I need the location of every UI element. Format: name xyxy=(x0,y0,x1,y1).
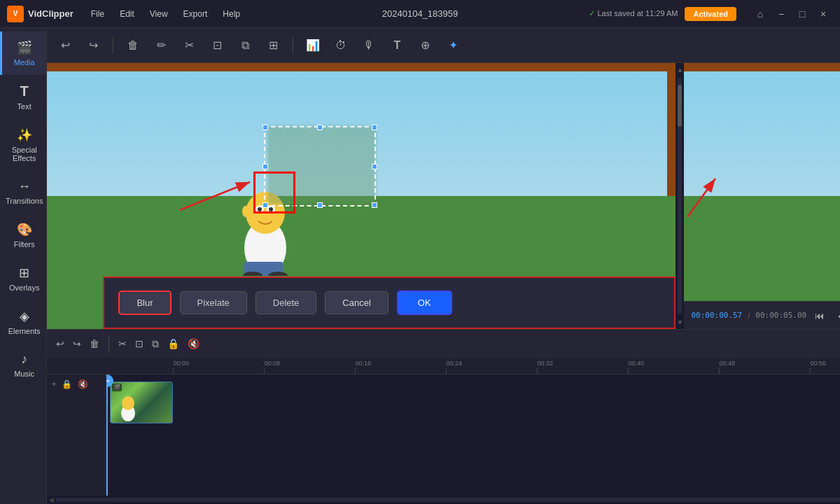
right-canvas xyxy=(684,63,840,329)
tl-undo-button[interactable]: ↩ xyxy=(54,336,66,351)
transitions-icon: ↔ xyxy=(6,179,43,194)
sidebar-item-filters[interactable]: 🎨 Filters xyxy=(0,214,46,257)
app-logo-icon: V xyxy=(7,6,24,22)
toolbar: ↩ ↪ 🗑 ✏ ✂ ⊡ ⧉ ⊞ 📊 ⏱ 🎙 T ⊕ ✦ ↗ Export xyxy=(47,28,840,63)
sidebar-item-special-effects[interactable]: ✨ Special Effects xyxy=(0,119,46,171)
svg-line-11 xyxy=(180,182,250,210)
elements-icon: ◈ xyxy=(6,309,43,324)
sidebar-item-text[interactable]: T Text xyxy=(0,75,46,119)
sidebar-label-transitions: Transitions xyxy=(6,197,43,205)
filters-icon: 🎨 xyxy=(6,222,43,237)
handle-top-center[interactable] xyxy=(317,125,323,130)
tl-lock-button[interactable]: 🔒 xyxy=(165,336,181,351)
menu-edit[interactable]: Edit xyxy=(113,6,141,22)
red-arrow xyxy=(173,175,264,217)
clock-button[interactable]: ⏱ xyxy=(330,34,352,57)
close-button[interactable]: × xyxy=(813,4,833,24)
app-logo: V VidClipper xyxy=(7,6,74,22)
sidebar-item-overlays[interactable]: ⊞ Overlays xyxy=(0,257,46,300)
playhead[interactable]: ✂ xyxy=(106,374,108,496)
menu-help[interactable]: Help xyxy=(216,6,247,22)
handle-middle-right[interactable] xyxy=(372,164,377,169)
tl-delete-button[interactable]: 🗑 xyxy=(88,336,102,351)
blur-button[interactable]: Blur xyxy=(118,290,171,315)
menu-view[interactable]: View xyxy=(143,6,175,22)
redo-button[interactable]: ↪ xyxy=(82,34,104,57)
scroll-down-arrow[interactable]: ▼ xyxy=(675,317,685,328)
preview-scrollbar[interactable]: ▲ ▼ xyxy=(676,63,684,329)
preview-right: 00:00:00.57 / 00:00:05.00 ⏮ ⏴ ▶ ⏵ ⏹ 16:9… xyxy=(684,63,840,329)
clip-badge: 🎬 xyxy=(112,384,122,391)
ruler-mark-3: 00:24 xyxy=(446,360,537,374)
fit-button[interactable]: ⊞ xyxy=(262,34,284,57)
clip-thumbnail-icon xyxy=(118,393,139,421)
sidebar-label-special-effects: Special Effects xyxy=(6,146,43,162)
overlay-button[interactable]: ⊕ xyxy=(414,34,436,57)
timeline-h-scrollbar[interactable]: ◀ ▶ xyxy=(47,496,840,504)
delete-button[interactable]: 🗑 xyxy=(122,34,144,57)
cancel-button[interactable]: Cancel xyxy=(325,291,388,314)
menu-file[interactable]: File xyxy=(84,6,111,22)
tl-copy-button[interactable]: ⧉ xyxy=(150,336,161,352)
chart-button[interactable]: 📊 xyxy=(302,34,324,57)
tl-scroll-track[interactable] xyxy=(56,498,840,502)
handle-middle-left[interactable] xyxy=(262,164,268,169)
ruler-mark-2: 00:16 xyxy=(355,360,446,374)
home-button[interactable]: ⌂ xyxy=(750,4,770,24)
undo-button[interactable]: ↩ xyxy=(54,34,76,57)
ruler-mark-6: 00:48 xyxy=(719,360,810,374)
handle-top-right[interactable] xyxy=(372,125,377,130)
media-icon: 🎬 xyxy=(6,40,43,55)
sidebar-item-transitions[interactable]: ↔ Transitions xyxy=(0,171,46,214)
scroll-track[interactable] xyxy=(678,78,682,314)
sidebar-label-overlays: Overlays xyxy=(6,284,43,292)
tl-add-track[interactable]: + xyxy=(50,378,57,391)
scroll-left-arrow[interactable]: ◀ xyxy=(47,496,56,503)
activated-button[interactable]: Activated xyxy=(685,7,736,21)
svg-point-22 xyxy=(122,396,134,410)
crop-button[interactable]: ⊡ xyxy=(206,34,228,57)
ruler-mark-5: 00:40 xyxy=(628,360,719,374)
tl-mute-track[interactable]: 🔇 xyxy=(76,378,90,391)
sidebar-item-elements[interactable]: ◈ Elements xyxy=(0,300,46,344)
maximize-button[interactable]: □ xyxy=(792,4,812,24)
tl-ctrl-row-1: + 🔒 🔇 xyxy=(50,378,103,391)
copy-button[interactable]: ⧉ xyxy=(234,34,256,57)
cut-button[interactable]: ✂ xyxy=(178,34,200,57)
pixelate-button[interactable]: Pixelate xyxy=(180,291,247,314)
scroll-thumb[interactable] xyxy=(678,85,682,127)
scroll-up-arrow[interactable]: ▲ xyxy=(675,64,685,75)
tl-cut-button[interactable]: ✂ xyxy=(116,336,129,351)
effects-button[interactable]: ✦ xyxy=(442,34,464,57)
mic-button[interactable]: 🎙 xyxy=(358,34,380,57)
delete-effect-button[interactable]: Delete xyxy=(255,291,317,314)
text-tool-button[interactable]: T xyxy=(386,34,408,57)
tl-mute-button[interactable]: 🔇 xyxy=(186,336,202,351)
edit-button[interactable]: ✏ xyxy=(150,34,172,57)
tl-lock-track[interactable]: 🔒 xyxy=(60,378,74,391)
fence-right xyxy=(667,63,676,196)
sidebar-item-music[interactable]: ♪ Music xyxy=(0,344,46,386)
handle-bottom-right[interactable] xyxy=(372,202,377,208)
tl-redo-button[interactable]: ↪ xyxy=(71,336,83,351)
handle-top-left[interactable] xyxy=(262,125,268,130)
app-name: VidClipper xyxy=(28,8,74,19)
timeline-body: + 🔒 🔇 ✂ 697b023... xyxy=(47,374,840,496)
tl-crop-button[interactable]: ⊡ xyxy=(133,336,146,351)
video-clip[interactable]: 697b023... 🎬 xyxy=(110,382,173,424)
sidebar-item-media[interactable]: 🎬 Media xyxy=(0,31,46,75)
play-back-button[interactable]: ⏴ xyxy=(833,307,840,324)
ok-button[interactable]: OK xyxy=(397,290,452,315)
ruler-mark-7: 00:56 xyxy=(810,360,840,374)
timeline-toolbar: ↩ ↪ 🗑 ✂ ⊡ ⧉ 🔒 🔇 − + ⊡ xyxy=(47,330,840,358)
overlays-icon: ⊞ xyxy=(6,265,43,281)
handle-bottom-center[interactable] xyxy=(317,202,323,208)
skip-back-button[interactable]: ⏮ xyxy=(812,307,827,324)
preview-area: Blur Pixelate Delete Cancel OK ▲ ▼ xyxy=(47,63,840,329)
tl-tracks[interactable]: ✂ 697b023... 🎬 xyxy=(106,374,840,496)
minimize-button[interactable]: − xyxy=(771,4,791,24)
save-status: ✓ Last saved at 11:29 AM xyxy=(589,9,678,18)
special-effects-icon: ✨ xyxy=(6,127,43,143)
toolbar-separator-1 xyxy=(113,37,113,54)
menu-export[interactable]: Export xyxy=(176,6,215,22)
